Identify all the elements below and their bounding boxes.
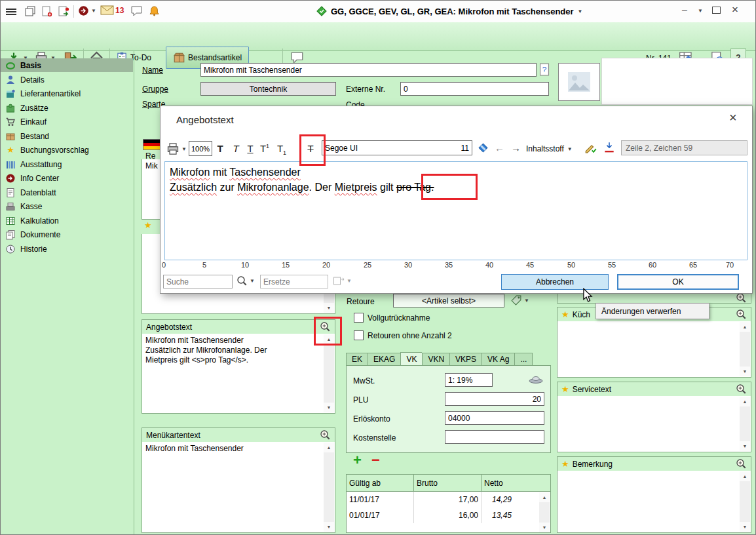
gruppe-button[interactable]: Tontechnik	[200, 82, 336, 96]
scrollbar[interactable]: ▲▼	[740, 397, 750, 451]
magnifier-zoom-icon[interactable]	[736, 309, 747, 320]
scroll-down-arrow[interactable]: ▼	[740, 441, 750, 451]
magnifier-zoom-icon[interactable]	[320, 429, 331, 441]
retoure-dropdown[interactable]: <Artikel selbst>	[393, 294, 504, 307]
mail-icon[interactable]: 13	[100, 5, 124, 15]
scrollbar[interactable]: ▲▼	[324, 443, 334, 532]
dialog-close-icon[interactable]: ×	[729, 110, 737, 125]
scrollbar[interactable]: ▲▼	[740, 471, 750, 532]
sidebar-item-kalkulation[interactable]: Kalkulation	[1, 214, 133, 228]
redo-arrow-icon[interactable]: →	[511, 142, 521, 153]
scroll-up-arrow[interactable]: ▲	[740, 397, 750, 406]
table-row[interactable]: 11/01/17 17,00 14,29	[347, 492, 550, 507]
replace-options-button[interactable]: ▼	[333, 275, 352, 286]
sidebar-item-basis[interactable]: Basis	[1, 58, 133, 72]
tab-vkps[interactable]: VKPS	[449, 353, 482, 366]
sidebar-item-buchungsvorschlag[interactable]: ★ Buchungsvorschlag	[1, 143, 133, 157]
name-input[interactable]	[200, 63, 537, 77]
font-select[interactable]: Segoe UI 11	[322, 140, 472, 155]
scroll-down-arrow[interactable]: ▼	[324, 303, 334, 313]
sidebar-item-einkauf[interactable]: Einkauf	[1, 115, 133, 129]
add-price-button[interactable]: +	[353, 453, 362, 467]
scroll-up-arrow[interactable]: ▲	[740, 322, 750, 332]
tax-hat-icon[interactable]	[529, 374, 543, 386]
scroll-up-arrow[interactable]: ▲	[324, 443, 334, 452]
eraser-icon[interactable]	[477, 142, 489, 157]
magnifier-zoom-icon[interactable]	[736, 458, 747, 469]
replace-input[interactable]	[260, 275, 328, 288]
bell-icon[interactable]	[149, 5, 160, 17]
underline-button[interactable]: T	[244, 143, 257, 154]
vollgut-checkbox-label[interactable]: Vollgutrücknahme	[368, 313, 430, 323]
vollgut-checkbox[interactable]	[354, 313, 364, 323]
tab-vk-ag[interactable]: VK Ag	[482, 353, 514, 366]
scroll-down-arrow[interactable]: ▼	[740, 522, 750, 532]
scroll-down-arrow[interactable]: ▼	[324, 403, 334, 412]
zoom-select[interactable]: 100%	[189, 141, 212, 156]
plu-input[interactable]	[445, 392, 544, 406]
retouren-checkbox-label[interactable]: Retouren ohne Anzahl 2	[368, 331, 452, 340]
restore-icon[interactable]	[712, 7, 721, 14]
sidebar-item-bestand[interactable]: Bestand	[1, 129, 133, 143]
tab-ekag[interactable]: EKAG	[368, 353, 400, 366]
name-help-icon[interactable]: ?	[539, 63, 550, 79]
document-new-icon[interactable]	[41, 5, 52, 18]
tab-ek[interactable]: EK	[346, 353, 368, 366]
close-button[interactable]: ×	[732, 3, 738, 16]
scroll-down-arrow[interactable]: ▼	[539, 523, 550, 532]
minimize-button[interactable]: –	[682, 5, 687, 15]
italic-button[interactable]: T	[229, 143, 242, 154]
sidebar-item-historie[interactable]: Historie	[1, 242, 133, 256]
retouren-checkbox[interactable]	[354, 330, 364, 340]
column-header[interactable]: Netto	[482, 475, 514, 491]
bemerkung-panel-body[interactable]: ▲▼	[557, 471, 751, 533]
externe-nr-input[interactable]	[400, 82, 549, 96]
ok-button[interactable]: OK	[617, 274, 739, 290]
copy-window-icon[interactable]	[24, 5, 36, 17]
scrollbar[interactable]: ▲▼	[324, 334, 334, 412]
document-go-icon[interactable]	[58, 5, 70, 18]
german-flag-icon[interactable]	[143, 139, 161, 150]
table-row[interactable]: 01/01/17 16,00 13,45	[347, 507, 550, 523]
column-header[interactable]: Gültig ab	[347, 475, 414, 491]
sidebar-item-ausstattung[interactable]: Ausstattung	[1, 157, 133, 171]
title-caret-icon[interactable]: ▼	[578, 9, 583, 14]
sidebar-item-details[interactable]: Details	[1, 73, 133, 87]
erloeskonto-input[interactable]	[445, 411, 544, 425]
search-input[interactable]	[163, 275, 233, 288]
scrollbar[interactable]: ▲▼	[740, 322, 750, 376]
search-options-button[interactable]: ▼	[236, 275, 255, 287]
window-caret-icon[interactable]: ▼	[698, 8, 703, 14]
subscript-button[interactable]: T1	[275, 143, 288, 156]
column-header[interactable]: Brutto	[414, 475, 482, 491]
dialog-print-button[interactable]: ▼	[166, 142, 187, 155]
tag-dropdown[interactable]: ▼	[511, 295, 529, 306]
tab-vk[interactable]: VK	[400, 352, 422, 366]
undo-arrow-icon[interactable]: ←	[495, 142, 504, 153]
target-icon[interactable]: ▼	[78, 5, 96, 16]
sidebar-item-datenblatt[interactable]: Datenblatt	[1, 186, 133, 199]
kuechentext-panel-body[interactable]: ▲▼	[557, 321, 751, 378]
scrollbar[interactable]: ▲▼	[539, 492, 550, 532]
inhaltsstoff-dropdown[interactable]: Inhaltsstoff ▼	[526, 144, 573, 153]
angebotstext-panel-body[interactable]: Mikrofon mit Taschensender Zusätzlich zu…	[142, 334, 335, 414]
magnifier-zoom-icon[interactable]	[736, 384, 747, 395]
magnifier-zoom-icon[interactable]	[736, 292, 747, 304]
servicetext-panel-body[interactable]: ▲▼	[557, 396, 751, 452]
insert-rule-icon[interactable]	[603, 141, 616, 157]
tab-more[interactable]: ...	[514, 353, 533, 366]
kostenstelle-input[interactable]	[445, 430, 544, 444]
name-label[interactable]: Name	[142, 66, 163, 75]
scroll-down-arrow[interactable]: ▼	[324, 522, 334, 532]
sidebar-item-dokumente[interactable]: Dokumente	[1, 228, 133, 241]
sidebar-item-lieferantenartikel[interactable]: Lieferantenartikel	[1, 87, 133, 100]
sidebar-item-kasse[interactable]: Kasse	[1, 199, 133, 213]
sidebar-item-zusaetze[interactable]: Zusätze	[1, 101, 133, 115]
superscript-button[interactable]: T1	[258, 143, 271, 154]
window-title-group[interactable]: GG, GGCE, GEV, GL, GR, GEA: Mikrofon mit…	[316, 6, 583, 16]
spellcheck-icon[interactable]	[584, 141, 597, 157]
remove-price-button[interactable]: −	[371, 453, 380, 467]
hamburger-menu-icon[interactable]	[6, 7, 16, 16]
scroll-up-arrow[interactable]: ▲	[740, 471, 750, 481]
chat-bubble-icon[interactable]	[130, 5, 143, 17]
